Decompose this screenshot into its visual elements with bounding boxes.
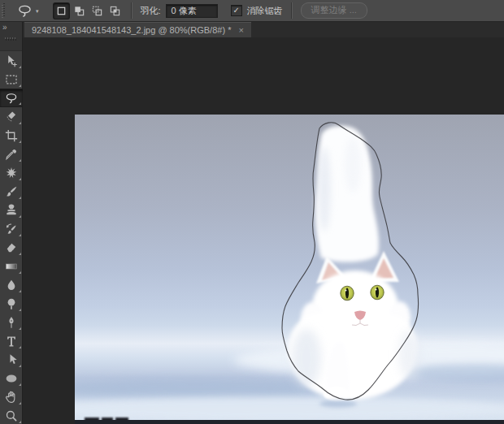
pen-tool-icon xyxy=(4,315,19,330)
flyout-corner-icon xyxy=(19,66,21,68)
gradient-tool-icon xyxy=(4,259,19,274)
hand-tool-icon xyxy=(4,390,19,405)
type-tool-button[interactable] xyxy=(0,331,23,350)
crop-tool-button[interactable] xyxy=(0,126,23,145)
tools-list xyxy=(0,51,22,424)
dodge-tool-button[interactable] xyxy=(0,294,23,313)
chevron-down-icon: ▾ xyxy=(36,8,39,14)
flyout-corner-icon xyxy=(19,159,21,162)
move-tool-button[interactable] xyxy=(0,51,23,70)
add-to-selection-icon xyxy=(73,5,85,17)
tool-preset-picker[interactable]: ▾ xyxy=(13,2,42,20)
subtract-from-selection-button[interactable] xyxy=(89,3,105,19)
move-tool-icon xyxy=(4,54,19,68)
history-brush-tool-button[interactable] xyxy=(0,219,23,238)
lasso-tool-icon xyxy=(4,91,19,106)
clone-stamp-tool-icon xyxy=(4,203,19,218)
intersect-selection-icon xyxy=(109,5,121,17)
eraser-tool-icon xyxy=(4,240,19,255)
ellipse-tool-icon xyxy=(4,371,19,386)
lasso-icon xyxy=(16,2,33,19)
anti-alias-label: 消除锯齿 xyxy=(247,5,283,17)
flyout-corner-icon xyxy=(19,122,21,124)
lasso-tool-button[interactable] xyxy=(0,89,23,107)
spot-healing-brush-tool-button[interactable] xyxy=(0,163,23,182)
type-tool-icon xyxy=(4,334,19,348)
anti-alias-checkbox[interactable]: ✓ xyxy=(231,5,242,16)
tools-panel-header: » xyxy=(0,22,22,51)
eraser-tool-button[interactable] xyxy=(0,238,23,257)
feather-value: 0 像素 xyxy=(172,5,197,17)
quick-selection-tool-icon xyxy=(4,110,19,124)
collapse-panel-icon[interactable]: » xyxy=(2,23,7,32)
new-selection-button[interactable] xyxy=(54,3,69,19)
blur-tool-button[interactable] xyxy=(0,275,23,294)
flyout-corner-icon xyxy=(19,178,21,180)
history-brush-tool-icon xyxy=(4,222,19,236)
crop-tool-icon xyxy=(4,128,19,143)
new-selection-icon xyxy=(55,5,67,17)
anti-alias-option: ✓ 消除锯齿 xyxy=(231,5,283,17)
feather-input[interactable]: 0 像素 xyxy=(166,4,218,18)
flyout-corner-icon xyxy=(19,327,21,330)
document-tab-title: 9248108_184041548143_2.jpg @ 80%(RGB/8#)… xyxy=(32,25,231,35)
flyout-corner-icon xyxy=(19,271,21,274)
flyout-corner-icon xyxy=(19,383,21,386)
flyout-corner-icon xyxy=(19,346,21,348)
eyedropper-tool-button[interactable] xyxy=(0,145,23,163)
gradient-tool-button[interactable] xyxy=(0,257,23,275)
canvas-area[interactable] xyxy=(23,37,504,424)
hand-tool-button[interactable] xyxy=(0,387,23,406)
document-tab-bar: 9248108_184041548143_2.jpg @ 80%(RGB/8#)… xyxy=(23,22,504,37)
flyout-corner-icon xyxy=(19,141,21,143)
flyout-corner-icon xyxy=(19,290,21,292)
path-selection-tool-icon xyxy=(4,353,19,367)
feather-label: 羽化: xyxy=(141,5,161,17)
rectangular-marquee-tool-icon xyxy=(4,72,19,87)
selection-mode-group xyxy=(54,3,123,19)
check-icon: ✓ xyxy=(232,6,239,15)
zoom-tool-button[interactable] xyxy=(0,406,23,424)
spot-healing-brush-tool-icon xyxy=(4,166,19,180)
brush-tool-icon xyxy=(4,184,19,199)
document-tab[interactable]: 9248108_184041548143_2.jpg @ 80%(RGB/8#)… xyxy=(24,22,251,37)
pen-tool-button[interactable] xyxy=(0,313,23,331)
zoom-tool-icon xyxy=(4,409,19,423)
flyout-corner-icon xyxy=(19,309,21,311)
flyout-corner-icon xyxy=(19,215,21,218)
intersect-selection-button[interactable] xyxy=(107,3,123,19)
options-bar-grip[interactable] xyxy=(2,3,6,18)
path-selection-tool-button[interactable] xyxy=(0,350,23,369)
flyout-corner-icon xyxy=(19,197,21,199)
separator xyxy=(291,2,293,19)
photoshop-window: ▾ 羽化: 0 像素 ✓ 消除锯齿 调整边缘 ... 9248108_18404… xyxy=(0,0,504,424)
flyout-corner-icon xyxy=(19,234,21,236)
document-image[interactable] xyxy=(75,115,504,424)
brush-tool-button[interactable] xyxy=(0,182,23,201)
flyout-corner-icon xyxy=(19,365,21,367)
flyout-corner-icon xyxy=(19,84,21,87)
ellipse-tool-button[interactable] xyxy=(0,369,23,387)
blur-tool-icon xyxy=(4,278,19,292)
options-bar: ▾ 羽化: 0 像素 ✓ 消除锯齿 调整边缘 ... xyxy=(0,0,504,22)
rectangular-marquee-tool-button[interactable] xyxy=(0,70,23,89)
subtract-from-selection-icon xyxy=(91,5,103,17)
tools-panel-grip[interactable] xyxy=(5,37,17,41)
tools-panel: » xyxy=(0,22,23,424)
clone-stamp-tool-button[interactable] xyxy=(0,201,23,219)
add-to-selection-button[interactable] xyxy=(72,3,87,19)
flyout-corner-icon xyxy=(19,102,21,105)
flyout-corner-icon xyxy=(19,421,21,423)
flyout-corner-icon xyxy=(19,253,21,255)
cat-photo xyxy=(75,115,504,424)
refine-edge-button[interactable]: 调整边缘 ... xyxy=(301,2,367,19)
quick-selection-tool-button[interactable] xyxy=(0,107,23,126)
dodge-tool-icon xyxy=(4,296,19,311)
eyedropper-tool-icon xyxy=(4,147,19,162)
close-icon[interactable]: × xyxy=(238,26,243,35)
flyout-corner-icon xyxy=(19,402,21,405)
separator xyxy=(131,2,133,19)
